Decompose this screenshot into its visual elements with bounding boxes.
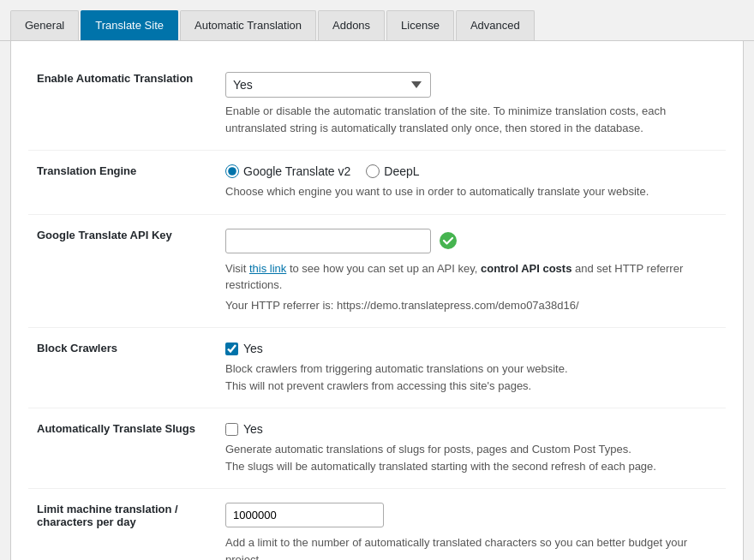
block-crawlers-desc-2: This will not prevent crawlers from acce…	[225, 378, 717, 395]
label-block-crawlers: Block Crawlers	[28, 328, 217, 408]
content-area: Enable Automatic Translation Yes No Enab…	[10, 41, 744, 560]
radio-deepl-label: DeepL	[384, 164, 419, 178]
enable-auto-translation-description: Enable or disable the automatic translat…	[225, 103, 717, 136]
label-api-key: Google Translate API Key	[28, 214, 217, 328]
value-api-key: Visit this link to see how you can set u…	[217, 214, 726, 328]
api-key-description: Visit this link to see how you can set u…	[225, 260, 717, 294]
tabs-bar: General Translate Site Automatic Transla…	[0, 0, 754, 41]
api-key-desc-mid: to see how you can set up an API key,	[286, 262, 481, 275]
row-auto-translate-slugs: Automatically Translate Slugs Yes Genera…	[28, 408, 726, 489]
block-crawlers-checkbox-row: Yes	[225, 342, 717, 355]
tab-translate-site[interactable]: Translate Site	[81, 10, 178, 40]
api-key-input[interactable]	[225, 229, 431, 253]
block-crawlers-desc-1: Block crawlers from triggering automatic…	[225, 360, 717, 378]
settings-table: Enable Automatic Translation Yes No Enab…	[28, 58, 726, 560]
row-limit-machine-translation: Limit machine translation / characters p…	[28, 489, 726, 560]
tab-addons[interactable]: Addons	[318, 10, 385, 40]
value-enable-auto-translation: Yes No Enable or disable the automatic t…	[217, 58, 726, 151]
row-enable-auto-translation: Enable Automatic Translation Yes No Enab…	[28, 58, 726, 151]
api-key-desc-bold: control API costs	[481, 262, 571, 275]
block-crawlers-description: Block crawlers from triggering automatic…	[225, 360, 717, 394]
auto-translate-slugs-desc-2: The slugs will be automatically translat…	[225, 458, 717, 475]
value-block-crawlers: Yes Block crawlers from triggering autom…	[217, 328, 726, 408]
value-translation-engine: Google Translate v2 DeepL Choose which e…	[217, 151, 726, 215]
value-limit-machine-translation: Add a limit to the number of automatical…	[217, 489, 726, 560]
auto-translate-slugs-checkbox[interactable]	[225, 423, 238, 436]
value-auto-translate-slugs: Yes Generate automatic translations of s…	[217, 408, 726, 489]
radio-google-label: Google Translate v2	[243, 164, 350, 178]
limit-machine-translation-description: Add a limit to the number of automatical…	[225, 534, 717, 560]
row-translation-engine: Translation Engine Google Translate v2 D…	[28, 151, 726, 215]
tab-automatic-translation[interactable]: Automatic Translation	[180, 10, 316, 40]
tab-advanced[interactable]: Advanced	[456, 10, 535, 40]
auto-translate-slugs-checkbox-label: Yes	[243, 422, 263, 436]
auto-translate-slugs-desc-1: Generate automatic translations of slugs…	[225, 441, 717, 458]
translation-engine-radio-group: Google Translate v2 DeepL	[225, 164, 717, 178]
tab-license[interactable]: License	[386, 10, 454, 40]
radio-item-google[interactable]: Google Translate v2	[225, 164, 350, 178]
api-key-row	[225, 229, 717, 253]
auto-translate-slugs-description: Generate automatic translations of slugs…	[225, 441, 717, 474]
api-key-valid-icon	[438, 230, 458, 251]
tab-general[interactable]: General	[10, 10, 79, 40]
api-key-link[interactable]: this link	[249, 262, 286, 275]
auto-translate-slugs-checkbox-row: Yes	[225, 422, 717, 436]
api-key-referrer: Your HTTP referrer is: https://demo.tran…	[225, 297, 717, 314]
row-api-key: Google Translate API Key Visit this link…	[28, 214, 726, 328]
api-key-desc-pre: Visit	[225, 262, 249, 275]
row-block-crawlers: Block Crawlers Yes Block crawlers from t…	[28, 328, 726, 408]
limit-machine-translation-input[interactable]	[225, 503, 384, 527]
translation-engine-description: Choose which engine you want to use in o…	[225, 183, 717, 200]
svg-point-0	[440, 232, 457, 249]
block-crawlers-checkbox-label: Yes	[243, 342, 263, 355]
radio-item-deepl[interactable]: DeepL	[366, 164, 419, 178]
radio-google[interactable]	[225, 164, 239, 178]
radio-deepl[interactable]	[366, 164, 380, 178]
label-enable-auto-translation: Enable Automatic Translation	[28, 58, 217, 151]
label-translation-engine: Translation Engine	[28, 151, 217, 215]
label-limit-machine-translation: Limit machine translation / characters p…	[28, 489, 217, 560]
block-crawlers-checkbox[interactable]	[225, 343, 238, 355]
enable-auto-translation-select[interactable]: Yes No	[225, 72, 431, 98]
label-auto-translate-slugs: Automatically Translate Slugs	[28, 408, 217, 489]
